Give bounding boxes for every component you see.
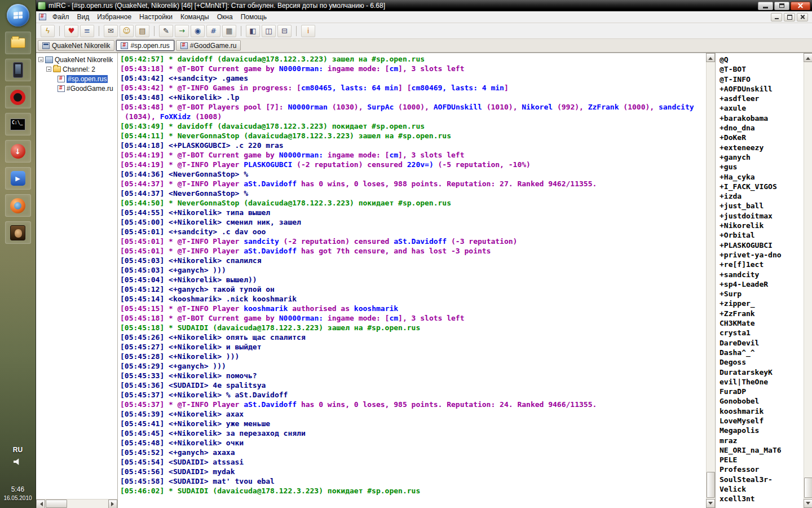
start-button[interactable] xyxy=(7,4,29,27)
taskbar-icon-explorer[interactable] xyxy=(5,32,31,54)
menu-item[interactable]: Настройки xyxy=(135,12,176,22)
nicklist-item[interactable]: evil|TheOne xyxy=(720,377,804,387)
menu-item[interactable]: Окна xyxy=(213,12,237,22)
favorites-button[interactable]: ♥ xyxy=(64,25,78,37)
mdi-close-button[interactable] xyxy=(797,13,808,21)
dcc-chat-button[interactable]: ◉ xyxy=(191,25,205,37)
close-button[interactable] xyxy=(791,2,810,10)
maximize-button[interactable] xyxy=(774,2,789,10)
nicklist-scroll-up-button[interactable] xyxy=(804,53,812,62)
nicklist-item[interactable]: LoveMyself xyxy=(720,416,804,426)
tree-scrollbar-thumb[interactable] xyxy=(46,500,67,508)
nicklist-item[interactable]: mraz xyxy=(720,436,804,445)
channel-window-icon[interactable] xyxy=(39,14,46,20)
url-list-button[interactable]: # xyxy=(206,25,220,37)
minimize-button[interactable] xyxy=(758,2,773,10)
nicklist-item[interactable]: +zipper_ xyxy=(720,299,804,308)
nicklist-item[interactable]: +exteneezy xyxy=(720,143,804,152)
nicklist-item[interactable]: +justdoitmax xyxy=(720,211,804,221)
mdi-minimize-button[interactable] xyxy=(771,13,782,21)
nicklist-item[interactable]: FuraDP xyxy=(720,387,804,396)
notify-list-button[interactable]: ☺ xyxy=(120,25,134,37)
nicklist-item[interactable]: DareDevil xyxy=(720,338,804,348)
address-book-button[interactable]: ▤ xyxy=(135,25,149,37)
nicklist-item[interactable]: +izda xyxy=(720,191,804,201)
query-window-button[interactable]: ✉ xyxy=(104,25,118,37)
tree-item-channels-folder[interactable]: Channel: 2 xyxy=(46,64,117,74)
taskbar-icon-game[interactable] xyxy=(5,221,31,244)
tab-goodgame-ru[interactable]: #GoodGame.ru xyxy=(176,40,241,51)
nicklist-item[interactable]: +just_ball xyxy=(720,201,804,211)
tab-sp-open-rus[interactable]: #sp.open.rus xyxy=(116,40,174,51)
nicklist-item[interactable]: +asdfleer xyxy=(720,94,804,103)
notes-button[interactable]: ▦ xyxy=(222,25,236,37)
nicklist-item[interactable]: Megapolis xyxy=(720,426,804,435)
nicklist-item[interactable]: +AOFDUnskill xyxy=(720,84,804,94)
volume-icon[interactable] xyxy=(14,458,22,465)
menu-item[interactable]: Команды xyxy=(176,12,213,22)
nicklist-item[interactable]: +DoKeR xyxy=(720,133,804,142)
mdi-restore-button[interactable] xyxy=(784,13,795,21)
channels-list-button[interactable]: ≡ xyxy=(80,25,94,37)
taskbar-icon-command-prompt[interactable] xyxy=(5,113,31,135)
nicklist-item[interactable]: @T-INFO xyxy=(720,75,804,84)
clock-date[interactable]: 16.05.2010 xyxy=(3,495,32,501)
chat-scroll-down-button[interactable] xyxy=(706,499,715,508)
connect-button[interactable]: ϟ xyxy=(41,25,55,37)
tree-item-channel[interactable]: #GoodGame.ru xyxy=(58,84,117,93)
nicklist-item[interactable]: +privet-ya-dno xyxy=(720,250,804,260)
nicklist-item[interactable]: +PLASKOGUBCI xyxy=(720,240,804,250)
nicklist-item[interactable]: +dno_dna xyxy=(720,123,804,133)
clock-time[interactable]: 5:46 xyxy=(11,485,24,493)
chat-scroll-up-button[interactable] xyxy=(706,53,715,62)
scripts-editor-button[interactable]: ✎ xyxy=(159,25,173,37)
menu-item[interactable]: Избранное xyxy=(93,12,135,22)
nicklist-item[interactable]: @T-BOT xyxy=(720,64,804,74)
nicklist-item[interactable]: Dasha^_^ xyxy=(720,348,804,357)
nicklist-item[interactable]: +Surp xyxy=(720,289,804,299)
nicklist-item[interactable]: +gus xyxy=(720,162,804,172)
tree-item-channel[interactable]: #sp.open.rus xyxy=(58,74,117,84)
nicklist-item[interactable]: +Ha_cyka xyxy=(720,172,804,182)
tree-item-network[interactable]: QuakeNet Nikorelik xyxy=(38,55,117,64)
taskbar-icon-opera[interactable] xyxy=(5,86,31,108)
tile-windows-horizontally-button[interactable]: ◫ xyxy=(262,25,276,37)
taskbar-icon-download-manager[interactable] xyxy=(5,140,31,163)
nicklist-item[interactable]: +re[f]1ect xyxy=(720,260,804,269)
nicklist-item[interactable]: SoulSteal3r- xyxy=(720,475,804,484)
expander-icon[interactable] xyxy=(38,57,43,62)
nicklist-item[interactable]: DuratarskeyK xyxy=(720,367,804,377)
chat-scrollbar[interactable] xyxy=(706,53,715,508)
taskbar-icon-device[interactable] xyxy=(5,59,31,81)
nicklist-scrollbar[interactable] xyxy=(804,53,812,508)
menu-item[interactable]: Помощь xyxy=(237,12,271,22)
chat-scrollbar-thumb[interactable] xyxy=(707,472,715,498)
nicklist-item[interactable]: +I_FACK_VIGOS xyxy=(720,182,804,191)
scroll-left-button[interactable] xyxy=(36,500,45,508)
nicklist-item[interactable]: +barakobama xyxy=(720,113,804,123)
help-button[interactable]: i xyxy=(301,25,315,37)
expander-icon[interactable] xyxy=(46,67,51,72)
nicklist-item[interactable]: +sandcity xyxy=(720,270,804,279)
language-indicator[interactable]: RU xyxy=(13,446,23,454)
tab-quakenet-nikorelik[interactable]: QuakeNet Nikorelik xyxy=(38,40,114,51)
nicklist-item[interactable]: PELE xyxy=(720,455,804,465)
nicklist-item[interactable]: +Orbital xyxy=(720,230,804,240)
nicklist-item[interactable]: crysta1 xyxy=(720,328,804,338)
nicklist-item[interactable]: @Q xyxy=(720,55,804,64)
nicklist-item[interactable]: +axule xyxy=(720,103,804,113)
dcc-send-button[interactable]: → xyxy=(175,25,189,37)
scroll-right-button[interactable] xyxy=(108,500,117,508)
taskbar-icon-browser[interactable] xyxy=(5,194,31,217)
chat-message-area[interactable]: [05:42:57] * davidoff (davaicuda@178.122… xyxy=(118,53,706,508)
cascade-windows-button[interactable]: ◧ xyxy=(246,25,260,37)
nicklist-item[interactable]: kooshmarik xyxy=(720,406,804,416)
nicklist-item[interactable]: +ZzFrank xyxy=(720,309,804,318)
mirc-app-icon[interactable] xyxy=(38,2,46,10)
menu-item[interactable]: Вид xyxy=(73,12,94,22)
menu-item[interactable]: Файл xyxy=(48,12,73,22)
nicklist-item[interactable]: Degoss xyxy=(720,357,804,367)
nicklist-item[interactable]: NE_ORI_na_MaT6 xyxy=(720,445,804,455)
nicklist-scroll-down-button[interactable] xyxy=(804,499,812,508)
nicklist-item[interactable]: CH3KMate xyxy=(720,318,804,328)
